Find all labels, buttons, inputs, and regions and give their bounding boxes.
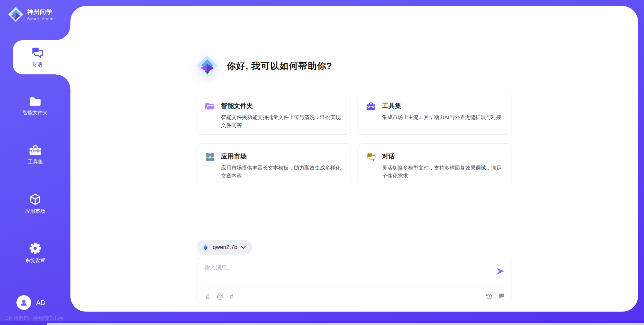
card-description: 智能文件夹功能支持批量文件上传与清洗，轻松实现文件问答 (221, 113, 345, 129)
send-icon (496, 267, 505, 275)
user-icon (19, 298, 28, 307)
gear-icon (29, 242, 41, 254)
toolbox-icon (29, 145, 41, 156)
toolbox-icon (366, 102, 376, 111)
grid-icon (205, 153, 215, 161)
sidebar: 神州问学 Smart Vision 对话 智能文件夹 工具集 应用市场 系统设置 (0, 0, 70, 325)
sidebar-item-label: 系统设置 (25, 257, 45, 264)
card-title: 应用市场 (221, 152, 345, 161)
brand-subtitle: Smart Vision (27, 17, 55, 21)
chevron-down-icon (241, 246, 246, 249)
sidebar-item-settings[interactable]: 系统设置 (0, 236, 70, 270)
folder-open-icon (205, 102, 215, 111)
message-composer: @ # (197, 258, 512, 303)
sidebar-item-toolset[interactable]: 工具集 (0, 138, 70, 172)
user-name: AD (36, 299, 46, 307)
model-name: qwen2:7b (213, 244, 237, 251)
model-diamond-logo-icon (202, 244, 209, 251)
chat-bubble-icon (498, 293, 505, 300)
card-title: 智能文件夹 (221, 102, 345, 110)
brand-diamond-logo-icon (8, 7, 23, 22)
feature-cards: 智能文件夹 智能文件夹功能支持批量文件上传与清洗，轻松实现文件问答 工具集 集成… (197, 93, 512, 185)
message-input[interactable] (204, 264, 479, 271)
sidebar-item-label: 对话 (32, 61, 42, 68)
topic-button[interactable]: # (229, 292, 233, 300)
hash-icon: # (229, 292, 233, 300)
paperclip-icon (204, 293, 211, 300)
sidebar-item-label: 智能文件夹 (23, 110, 48, 116)
card-chat[interactable]: 对话 灵活切换多模型文件，支持多样回复效果调试，满足个性化需求 (358, 143, 512, 185)
composer-toolbar: @ # (204, 291, 505, 301)
send-button[interactable] (495, 267, 505, 276)
card-description: 应用市场提供丰富长文本模板，助力高效生成多样化文章内容 (221, 164, 345, 180)
main-panel: 你好, 我可以如何帮助你? 智能文件夹 智能文件夹功能支持批量文件上传与清洗，轻… (70, 6, 638, 312)
sidebar-item-smart-folder[interactable]: 智能文件夹 (0, 89, 70, 123)
attach-file-button[interactable] (204, 293, 211, 300)
composer-divider (204, 287, 504, 287)
sidebar-nav: 对话 智能文件夹 工具集 应用市场 系统设置 (0, 40, 70, 285)
chat-icon (31, 47, 44, 58)
brand-name: 神州问学 (27, 8, 55, 16)
sidebar-item-label: 应用市场 (25, 208, 45, 214)
user-account[interactable]: AD (0, 295, 70, 310)
card-app-market[interactable]: 应用市场 应用市场提供丰富长文本模板，助力高效生成多样化文章内容 (197, 143, 351, 185)
avatar (16, 295, 31, 310)
card-description: 灵活切换多模型文件，支持多样回复效果调试，满足个性化需求 (382, 164, 506, 180)
horizontal-scrollbar[interactable] (47, 323, 644, 325)
chat-icon (366, 153, 376, 161)
cube-icon (30, 194, 41, 205)
greeting-title: 你好, 我可以如何帮助你? (227, 60, 332, 72)
sidebar-item-app-market[interactable]: 应用市场 (0, 187, 70, 221)
mention-button[interactable]: @ (217, 292, 223, 300)
sidebar-item-label: 工具集 (28, 159, 43, 165)
model-selector[interactable]: qwen2:7b (197, 240, 252, 255)
brand-logo-row: 神州问学 Smart Vision (0, 0, 70, 22)
card-toolset[interactable]: 工具集 集成市场上主流工具，助力AI与外界无缝扩展与对接 (358, 93, 512, 135)
conversation-button[interactable] (498, 293, 505, 300)
history-icon (486, 293, 493, 300)
sidebar-item-chat[interactable]: 对话 (13, 40, 70, 74)
history-button[interactable] (486, 293, 493, 300)
card-title: 工具集 (382, 102, 501, 110)
assistant-diamond-logo-icon (197, 55, 218, 77)
greeting-row: 你好, 我可以如何帮助你? (197, 55, 332, 77)
at-icon: @ (217, 292, 223, 300)
folder-icon (29, 96, 41, 107)
card-title: 对话 (382, 152, 506, 161)
card-smart-folder[interactable]: 智能文件夹 智能文件夹功能支持批量文件上传与清洗，轻松实现文件问答 (197, 93, 351, 135)
card-description: 集成市场上主流工具，助力AI与外界无缝扩展与对接 (382, 113, 501, 121)
